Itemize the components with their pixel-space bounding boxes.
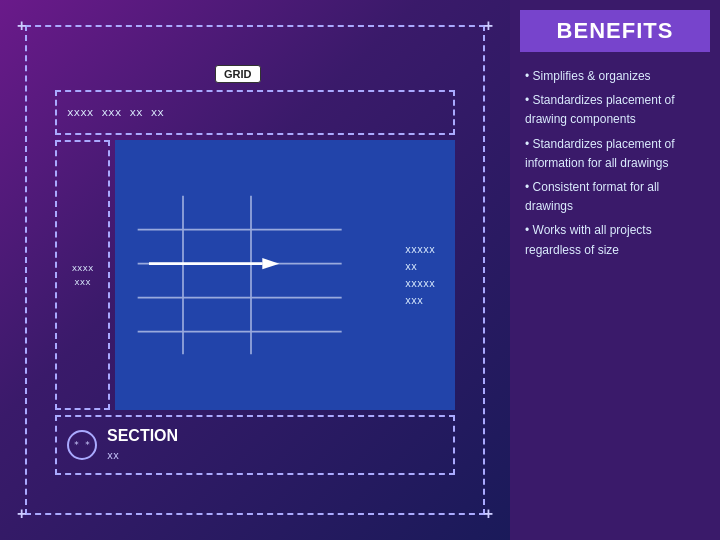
outer-frame: + + + + GRID xxxx xxx xx xx xxxx xxx (25, 25, 485, 515)
section-circle-badge: * * (67, 430, 97, 460)
benefit-5: • Works with all projects regardless of … (525, 221, 705, 259)
top-labels-row: xxxx xxx xx xx (55, 90, 455, 135)
vert-label-2: xxx (74, 277, 90, 287)
content-label-3: xxxxx (405, 278, 435, 289)
vert-label-1: xxxx (72, 263, 94, 273)
benefits-title: BENEFITS (520, 10, 710, 52)
benefit-3: • Standardizes placement of information … (525, 135, 705, 173)
grid-badge: GRID (215, 65, 261, 83)
vertical-labels: xxxx xxx (55, 140, 110, 410)
content-label-2: xx (405, 261, 417, 272)
right-panel: BENEFITS • Simplifies & organizes • Stan… (510, 0, 720, 540)
content-label-1: xxxxx (405, 244, 435, 255)
blue-box-labels: xxxxx xx xxxxx xxx (405, 241, 435, 309)
benefits-body: • Simplifies & organizes • Standardizes … (520, 62, 710, 270)
corner-br: + (484, 505, 493, 523)
left-panel: + + + + GRID xxxx xxx xx xx xxxx xxx (0, 0, 510, 540)
top-label-3: xx (129, 106, 142, 119)
inner-content: GRID xxxx xxx xx xx xxxx xxx (45, 55, 465, 485)
top-label-2: xxx (102, 106, 122, 119)
corner-bl: + (17, 505, 26, 523)
svg-marker-7 (262, 258, 279, 269)
benefit-4: • Consistent format for all drawings (525, 178, 705, 216)
content-label-4: xxx (405, 295, 423, 306)
middle-section: xxxx xxx (55, 140, 455, 410)
top-label-1: xxxx (67, 106, 94, 119)
corner-tl: + (17, 17, 26, 35)
section-info: SECTION xx (107, 427, 178, 463)
bottom-section: * * SECTION xx (55, 415, 455, 475)
section-sub: xx (107, 450, 119, 461)
benefit-1: • Simplifies & organizes (525, 67, 705, 86)
benefit-2: • Standardizes placement of drawing comp… (525, 91, 705, 129)
blue-drawing-area: xxxxx xx xxxxx xxx (115, 140, 455, 410)
section-title: SECTION (107, 427, 178, 445)
top-label-4: xx (151, 106, 164, 119)
corner-tr: + (484, 17, 493, 35)
